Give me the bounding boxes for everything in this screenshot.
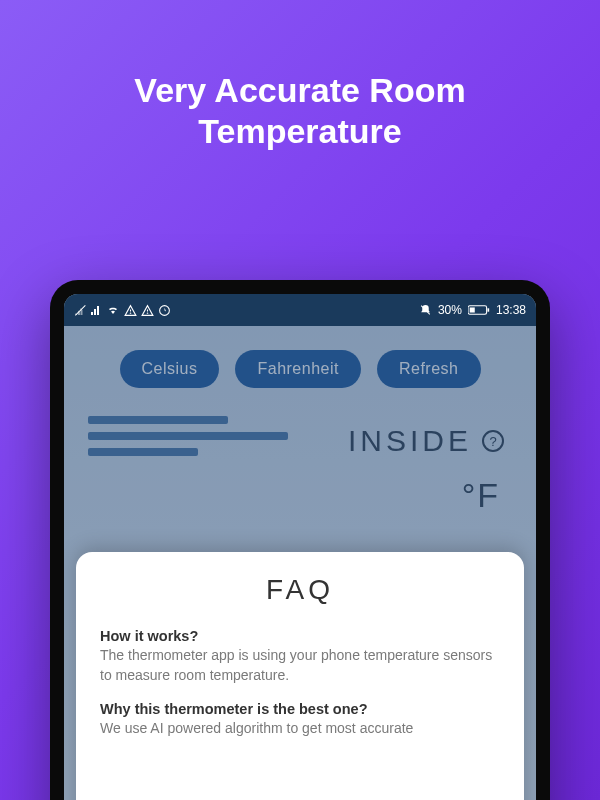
celsius-button[interactable]: Celsius	[120, 350, 220, 388]
tablet-frame: 30% 13:38 Celsius Fahrenheit Refresh INS…	[50, 280, 550, 800]
promo-headline: Very Accurate RoomTemperature	[0, 0, 600, 152]
wifi-icon	[106, 304, 120, 316]
refresh-button[interactable]: Refresh	[377, 350, 481, 388]
mute-icon	[419, 304, 432, 317]
svg-rect-8	[487, 308, 489, 311]
svg-rect-7	[470, 307, 475, 312]
inside-row: INSIDE ?	[88, 424, 512, 458]
signal-icon	[90, 304, 102, 316]
tablet-screen: 30% 13:38 Celsius Fahrenheit Refresh INS…	[64, 294, 536, 800]
clock-time: 13:38	[496, 303, 526, 317]
faq-bottom-sheet[interactable]: FAQ How it works? The thermometer app is…	[76, 552, 524, 800]
unit-button-row: Celsius Fahrenheit Refresh	[64, 326, 536, 406]
status-right: 30% 13:38	[419, 303, 526, 317]
faq-title: FAQ	[100, 574, 500, 606]
fahrenheit-button[interactable]: Fahrenheit	[235, 350, 361, 388]
status-left	[74, 304, 171, 317]
warning-icon-2	[141, 304, 154, 317]
temperature-unit: °F	[88, 476, 512, 515]
faq-answer-2: We use AI powered algorithm to get most …	[100, 719, 500, 739]
warning-icon	[124, 304, 137, 317]
faq-question-1: How it works?	[100, 628, 500, 644]
faq-question-2: Why this thermometer is the best one?	[100, 701, 500, 717]
battery-icon	[468, 304, 490, 316]
status-bar: 30% 13:38	[64, 294, 536, 326]
svg-point-3	[147, 312, 148, 313]
inside-label: INSIDE	[348, 424, 472, 458]
main-content: INSIDE ? °F	[64, 406, 536, 525]
placeholder-line	[88, 416, 228, 424]
svg-point-1	[130, 312, 131, 313]
faq-answer-1: The thermometer app is using your phone …	[100, 646, 500, 685]
battery-percent: 30%	[438, 303, 462, 317]
sync-icon	[158, 304, 171, 317]
no-sim-icon	[74, 304, 86, 316]
help-icon[interactable]: ?	[482, 430, 504, 452]
